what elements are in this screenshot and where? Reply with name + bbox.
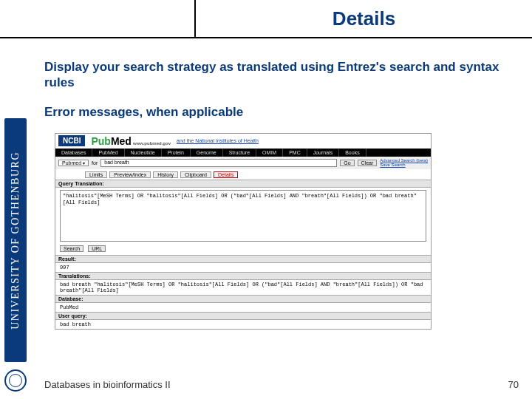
subtab-details[interactable]: Details — [214, 171, 238, 178]
university-name: UNIVERSITY OF GOTHENBURG — [10, 151, 21, 330]
clear-button[interactable]: Clear — [358, 160, 378, 166]
search-button[interactable]: Search — [60, 245, 83, 252]
for-label: for — [92, 160, 98, 166]
tab-protein[interactable]: Protein — [162, 149, 191, 157]
subtab-limits[interactable]: Limits — [85, 171, 107, 178]
chevron-down-icon: ▾ — [83, 160, 85, 166]
go-button[interactable]: Go — [340, 160, 354, 166]
user-query-body: bad breath — [55, 320, 431, 329]
search-input[interactable]: bad breath — [100, 159, 337, 167]
tab-genome[interactable]: Genome — [191, 149, 223, 157]
ncbi-logo: NCBI — [58, 135, 85, 146]
translations-head: Translations: — [55, 272, 431, 280]
university-sidebar: UNIVERSITY OF GOTHENBURG — [4, 118, 27, 362]
slide-number: 70 — [508, 379, 519, 390]
database-head: Database: — [55, 295, 431, 303]
save-search-link[interactable]: Save Search — [380, 163, 428, 168]
tab-pubmed[interactable]: PubMed — [92, 149, 124, 157]
url-button[interactable]: URL — [88, 245, 106, 252]
nih-link[interactable]: and the National Institutes of Health — [177, 138, 259, 143]
tab-omim[interactable]: OMIM — [256, 149, 283, 157]
body-line-1: Display your search strategy as translat… — [44, 59, 502, 91]
query-translation-box[interactable]: "halitosis"[MeSH Terms] OR "halitosis"[A… — [60, 190, 426, 242]
advanced-search-link[interactable]: Advanced Search (beta) — [380, 158, 428, 163]
subtab-clipboard[interactable]: Clipboard — [180, 171, 211, 178]
db-tabs: Databases PubMed Nucleotide Protein Geno… — [55, 149, 431, 157]
tab-books[interactable]: Books — [339, 149, 366, 157]
tab-databases[interactable]: Databases — [55, 149, 92, 157]
result-head: Result: — [55, 255, 431, 263]
pubmed-logo: PubMed www.pubmed.gov — [91, 135, 171, 147]
translations-body: bad breath "halitosis"[MeSH Terms] OR "h… — [55, 280, 431, 295]
pubmed-screenshot: NCBI PubMed www.pubmed.gov and the Natio… — [55, 133, 432, 330]
db-select[interactable]: Pubmed ▾ — [58, 160, 89, 166]
slide-title: Details — [196, 0, 532, 37]
tab-structure[interactable]: Structure — [223, 149, 256, 157]
result-value: 997 — [55, 263, 431, 272]
query-translation-head: Query Translation: — [55, 180, 431, 188]
tab-journals[interactable]: Journals — [307, 149, 339, 157]
subtab-preview[interactable]: Preview/Index — [109, 171, 151, 178]
footer-course: Databases in bioinformatics II — [44, 379, 171, 390]
subtab-history[interactable]: History — [153, 171, 178, 178]
database-body: PubMed — [55, 303, 431, 312]
tab-nucleotide[interactable]: Nucleotide — [125, 149, 162, 157]
university-seal-icon — [4, 369, 27, 392]
tab-pmc[interactable]: PMC — [283, 149, 307, 157]
user-query-head: User query: — [55, 312, 431, 320]
title-left-cell — [0, 0, 196, 37]
body-line-2: Error messages, when applicable — [44, 104, 502, 120]
